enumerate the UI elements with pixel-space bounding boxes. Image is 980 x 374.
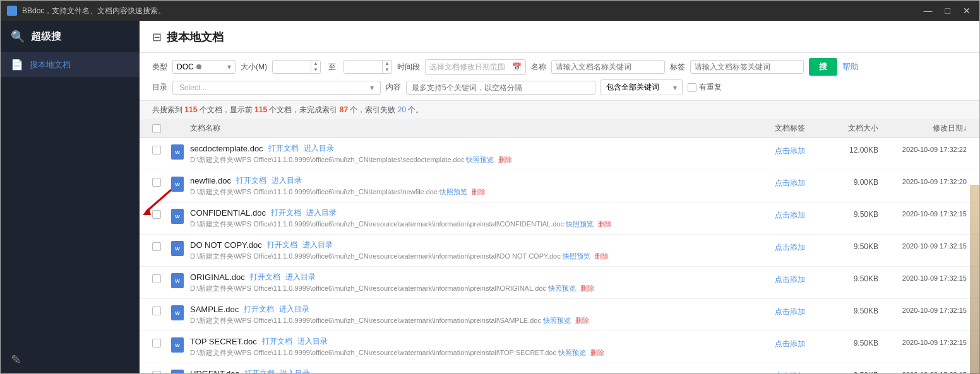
row-checkbox-box-0[interactable] bbox=[152, 146, 161, 155]
size-max-up-icon[interactable]: ▲ bbox=[383, 61, 391, 67]
preview-link[interactable]: 快照预览 bbox=[548, 284, 576, 292]
row-checkbox-box-5[interactable] bbox=[152, 307, 161, 315]
keyword-mode-select[interactable]: 包含全部关键词 ▾ bbox=[601, 79, 683, 95]
preview-link[interactable]: 快照预览 bbox=[563, 252, 590, 260]
row-checkbox-5[interactable] bbox=[152, 304, 171, 315]
size-spinner[interactable]: ▲ ▼ bbox=[311, 61, 320, 73]
action-open-2[interactable]: 打开文档 bbox=[271, 207, 301, 218]
th-checkbox bbox=[152, 124, 171, 133]
delete-link[interactable]: 删除 bbox=[595, 252, 609, 260]
time-label: 时间段 bbox=[397, 62, 420, 73]
sidebar-search[interactable]: 🔍 超级搜 bbox=[1, 21, 140, 52]
size-min-input[interactable] bbox=[273, 61, 311, 73]
count-shown: 115 bbox=[254, 105, 267, 114]
delete-link[interactable]: 删除 bbox=[498, 156, 512, 163]
action-goto-0[interactable]: 进入目录 bbox=[304, 143, 334, 154]
maximize-button[interactable]: □ bbox=[943, 5, 953, 16]
row-content-2: CONFIDENTIAL.doc 打开文档 进入目录 D:\新建文件夹\WPS … bbox=[190, 207, 758, 229]
action-open-0[interactable]: 打开文档 bbox=[268, 143, 299, 154]
row-tags-5[interactable]: 点击添加 bbox=[758, 304, 822, 317]
count-index: 87 bbox=[340, 105, 348, 114]
action-open-1[interactable]: 打开文档 bbox=[236, 175, 266, 186]
tag-input[interactable] bbox=[690, 60, 804, 74]
action-open-7[interactable]: 打开文档 bbox=[244, 368, 275, 373]
row-tags-3[interactable]: 点击添加 bbox=[758, 240, 822, 253]
date-picker[interactable]: 选择文档修改日期范围 📅 bbox=[425, 59, 526, 75]
row-checkbox-box-3[interactable] bbox=[152, 242, 161, 251]
table-row: W newfile.doc 打开文档 进入目录 D:\新建文件夹\WPS Off… bbox=[140, 170, 979, 202]
row-checkbox-box-7[interactable] bbox=[152, 371, 161, 373]
content-input[interactable] bbox=[406, 81, 595, 95]
row-checkbox-2[interactable] bbox=[152, 207, 171, 219]
delete-link[interactable]: 删除 bbox=[575, 317, 589, 324]
row-path-6: D:\新建文件夹\WPS Office\11.1.0.9999\office6\… bbox=[190, 348, 758, 358]
name-input[interactable] bbox=[551, 60, 665, 74]
row-checkbox-box-6[interactable] bbox=[152, 339, 161, 348]
row-tags-0[interactable]: 点击添加 bbox=[758, 143, 822, 156]
action-open-5[interactable]: 打开文档 bbox=[244, 304, 274, 315]
size-down-icon[interactable]: ▼ bbox=[311, 67, 320, 73]
preview-link[interactable]: 快照预览 bbox=[439, 188, 467, 196]
row-checkbox-0[interactable] bbox=[152, 143, 171, 155]
minimize-button[interactable]: — bbox=[921, 5, 935, 16]
row-path-3: D:\新建文件夹\WPS Office\11.1.0.9999\office6\… bbox=[190, 252, 758, 261]
delete-link[interactable]: 删除 bbox=[598, 220, 612, 228]
help-button[interactable]: 帮助 bbox=[842, 61, 859, 73]
delete-link[interactable]: 删除 bbox=[590, 349, 604, 356]
app-logo bbox=[7, 6, 17, 16]
row-tags-7[interactable]: 点击添加 bbox=[758, 368, 822, 373]
action-goto-3[interactable]: 进入目录 bbox=[302, 240, 333, 250]
row-checkbox-1[interactable] bbox=[152, 175, 171, 187]
row-checkbox-box-4[interactable] bbox=[152, 274, 161, 283]
type-value: DOC bbox=[177, 62, 194, 71]
dir-select[interactable]: Select... ▾ bbox=[172, 81, 381, 95]
row-tags-1[interactable]: 点击添加 bbox=[758, 175, 822, 189]
sidebar-edit-button[interactable]: ✎ bbox=[1, 346, 140, 373]
count-failed-link[interactable]: 20 bbox=[398, 105, 406, 114]
tag-label: 标签 bbox=[670, 62, 685, 73]
duplicate-checkbox[interactable] bbox=[688, 83, 696, 92]
row-icon-1: W bbox=[171, 175, 190, 192]
row-checkbox-3[interactable] bbox=[152, 240, 171, 251]
preview-link[interactable]: 快照预览 bbox=[558, 349, 586, 356]
row-tags-4[interactable]: 点击添加 bbox=[758, 272, 822, 285]
action-open-4[interactable]: 打开文档 bbox=[250, 272, 280, 283]
size-max-spinner[interactable]: ▲ ▼ bbox=[382, 61, 391, 73]
duplicate-check[interactable]: 有重复 bbox=[688, 82, 722, 93]
row-checkbox-7[interactable] bbox=[152, 368, 171, 373]
row-icon-4: W bbox=[171, 272, 190, 288]
select-all-checkbox[interactable] bbox=[152, 124, 161, 133]
preview-link[interactable]: 快照预览 bbox=[466, 156, 494, 163]
row-checkbox-4[interactable] bbox=[152, 272, 171, 283]
search-button[interactable]: 搜 bbox=[809, 58, 837, 76]
action-open-3[interactable]: 打开文档 bbox=[267, 240, 297, 250]
row-name-line-3: DO NOT COPY.doc 打开文档 进入目录 bbox=[190, 240, 758, 250]
close-button[interactable]: ✕ bbox=[960, 5, 973, 16]
size-max-group: ▲ ▼ bbox=[344, 60, 392, 74]
doc-file-icon-1: W bbox=[171, 177, 184, 192]
row-filename-6: TOP SECRET.doc bbox=[190, 337, 257, 346]
size-max-down-icon[interactable]: ▼ bbox=[383, 67, 391, 73]
row-tags-6[interactable]: 点击添加 bbox=[758, 336, 822, 349]
action-open-6[interactable]: 打开文档 bbox=[262, 336, 292, 347]
delete-link[interactable]: 删除 bbox=[580, 284, 594, 292]
action-goto-6[interactable]: 进入目录 bbox=[297, 336, 328, 347]
sidebar-item-local-docs[interactable]: 📄 搜本地文档 bbox=[1, 52, 140, 77]
row-checkbox-box-2[interactable] bbox=[152, 210, 161, 219]
size-max-input[interactable] bbox=[344, 61, 382, 73]
action-goto-4[interactable]: 进入目录 bbox=[285, 272, 316, 283]
action-goto-5[interactable]: 进入目录 bbox=[279, 304, 309, 315]
delete-link[interactable]: 删除 bbox=[472, 188, 486, 196]
preview-link[interactable]: 快照预览 bbox=[543, 317, 571, 324]
action-goto-1[interactable]: 进入目录 bbox=[272, 175, 302, 186]
action-goto-2[interactable]: 进入目录 bbox=[306, 207, 337, 218]
duplicate-label: 有重复 bbox=[699, 82, 722, 93]
action-goto-7[interactable]: 进入目录 bbox=[280, 368, 310, 373]
size-up-icon[interactable]: ▲ bbox=[311, 61, 320, 67]
row-tags-2[interactable]: 点击添加 bbox=[758, 207, 822, 221]
type-select[interactable]: DOC ▾ bbox=[172, 60, 236, 74]
row-checkbox-6[interactable] bbox=[152, 336, 171, 348]
row-checkbox-box-1[interactable] bbox=[152, 178, 161, 187]
preview-link[interactable]: 快照预览 bbox=[566, 220, 594, 228]
row-size-6: 9.50KB bbox=[822, 336, 878, 348]
